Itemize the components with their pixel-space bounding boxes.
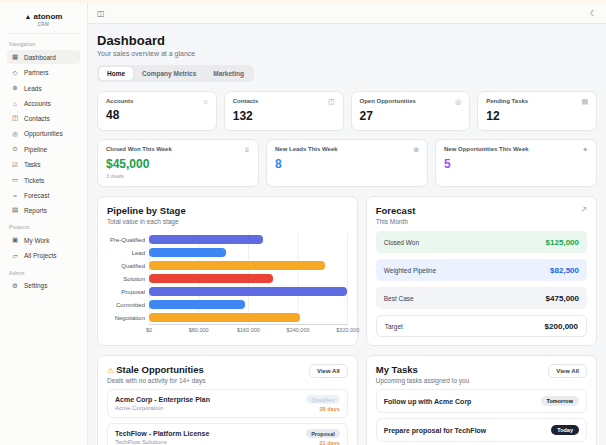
sidebar-item-contacts[interactable]: ◫ Contacts bbox=[7, 111, 80, 125]
due-badge: Today bbox=[551, 425, 579, 435]
chart-category-label: Solution bbox=[107, 276, 149, 282]
chart-track bbox=[149, 233, 348, 246]
tab-bar: Home Company Metrics Marketing bbox=[97, 65, 254, 82]
logo-icon: ▲ bbox=[25, 13, 32, 20]
sidebar-item-label: Leads bbox=[24, 85, 42, 92]
chart-bar[interactable] bbox=[149, 261, 325, 270]
pipeline-chart: Pre-QualifiedLeadQualifiedSolutionPropos… bbox=[107, 233, 348, 334]
funnel-icon: ⊙ bbox=[11, 145, 19, 153]
forecast-row-best-case: Best Case $475,000 bbox=[376, 287, 587, 309]
chart-bar[interactable] bbox=[149, 300, 245, 309]
stale-subtitle: Deals with no activity for 14+ days bbox=[107, 377, 205, 384]
stat-value: 8 bbox=[275, 157, 419, 171]
trend-icon: ≈ bbox=[11, 192, 19, 199]
stat-label: New Opportunities This Week bbox=[444, 146, 529, 152]
sidebar-item-tickets[interactable]: ▭ Tickets bbox=[7, 173, 80, 187]
forecast-value: $125,000 bbox=[546, 238, 579, 247]
building-icon: ⌂ bbox=[204, 98, 208, 105]
days-inactive: 28 days bbox=[320, 406, 340, 412]
sidebar-item-dashboard[interactable]: ▦ Dashboard bbox=[7, 50, 80, 64]
warning-icon: ⚠ bbox=[107, 366, 114, 375]
forecast-panel: Forecast This Month ↗ Closed Won $125,00… bbox=[366, 196, 597, 346]
stale-row-techflow[interactable]: TechFlow - Platform License TechFlow Sol… bbox=[107, 423, 348, 445]
chart-axis-tick: $160,000 bbox=[237, 327, 260, 333]
opportunity-title: Acme Corp - Enterprise Plan bbox=[115, 396, 210, 403]
sidebar-item-opportunities[interactable]: ◎ Opportunities bbox=[7, 127, 80, 141]
chart-bar[interactable] bbox=[149, 274, 273, 283]
sidebar-toggle-icon[interactable]: ◫ bbox=[97, 9, 105, 18]
chart-bar[interactable] bbox=[149, 248, 226, 257]
chart-bar[interactable] bbox=[149, 313, 300, 322]
sidebar-item-label: My Work bbox=[24, 237, 50, 244]
folder-icon: ▱ bbox=[11, 252, 19, 260]
sidebar-item-label: Opportunities bbox=[24, 130, 63, 137]
sidebar-item-accounts[interactable]: ⌂ Accounts bbox=[7, 97, 80, 110]
chart-track bbox=[149, 246, 348, 259]
chart-bar[interactable] bbox=[149, 235, 263, 244]
tab-home[interactable]: Home bbox=[99, 67, 133, 80]
forecast-row-target: Target $200,000 bbox=[376, 315, 587, 337]
forecast-value: $475,000 bbox=[546, 294, 579, 303]
sidebar-item-reports[interactable]: ▤ Reports bbox=[7, 203, 80, 217]
forecast-row-closed-won: Closed Won $125,000 bbox=[376, 231, 587, 253]
sidebar-item-partners[interactable]: ◇ Partners bbox=[7, 66, 80, 80]
logo-name: atonom bbox=[34, 12, 63, 21]
tab-marketing[interactable]: Marketing bbox=[205, 67, 252, 80]
chart-track bbox=[149, 311, 348, 324]
ticket-icon: ▭ bbox=[11, 176, 19, 184]
building-icon: ⌂ bbox=[11, 100, 19, 107]
forecast-row-weighted-pipeline: Weighted Pipeline $82,500 bbox=[376, 259, 587, 281]
stat-label: Contacts bbox=[233, 98, 259, 104]
sidebar-item-all-projects[interactable]: ▱ All Projects bbox=[7, 249, 80, 263]
stat-card-pending-tasks: Pending Tasks ▤ 12 bbox=[477, 91, 597, 131]
chart-row: Qualified bbox=[107, 259, 348, 272]
sidebar-item-label: Forecast bbox=[24, 192, 49, 199]
sidebar-item-my-work[interactable]: ▣ My Work bbox=[7, 233, 80, 247]
chart-row: Solution bbox=[107, 272, 348, 285]
handshake-icon: ◇ bbox=[11, 69, 19, 77]
page-content: Dashboard Your sales overview at a glanc… bbox=[88, 24, 606, 445]
task-row-followup-acme[interactable]: Follow up with Acme Corp Tomorrow bbox=[376, 389, 587, 413]
chart-track bbox=[149, 272, 348, 285]
sidebar-item-tasks[interactable]: ☑ Tasks bbox=[7, 158, 80, 172]
forecast-value: $200,000 bbox=[545, 322, 578, 331]
sidebar-item-forecast[interactable]: ≈ Forecast bbox=[7, 189, 80, 202]
stat-label: Closed Won This Week bbox=[106, 146, 172, 152]
theme-toggle-icon[interactable]: ☾ bbox=[590, 9, 597, 18]
target-icon: ◎ bbox=[11, 130, 19, 138]
stat-label: Open Opportunities bbox=[360, 98, 416, 104]
sidebar-item-settings[interactable]: ⚙ Settings bbox=[7, 279, 80, 293]
chart-axis-tick: $320,000 bbox=[336, 327, 359, 333]
users-icon: ◫ bbox=[11, 114, 19, 122]
tab-company-metrics[interactable]: Company Metrics bbox=[134, 67, 204, 80]
my-tasks-panel: My Tasks Upcoming tasks assigned to you … bbox=[366, 355, 597, 445]
task-row-proposal-techflow[interactable]: Prepare proposal for TechFlow Today bbox=[376, 418, 587, 442]
nav-section-projects: Projects bbox=[9, 224, 78, 230]
middle-panels-row: Pipeline by Stage Total value in each st… bbox=[97, 196, 597, 346]
user-plus-icon: ⊕ bbox=[413, 146, 419, 154]
stat-value: 12 bbox=[486, 109, 588, 123]
sidebar-item-label: Reports bbox=[24, 207, 47, 214]
stat-value: 27 bbox=[360, 109, 462, 123]
forecast-label: Target bbox=[385, 323, 403, 330]
chart-axis-tick: $240,000 bbox=[287, 327, 310, 333]
chart-axis-tick: $0 bbox=[146, 327, 152, 333]
chart-track bbox=[149, 298, 348, 311]
stale-view-all-button[interactable]: View All bbox=[309, 364, 348, 378]
stale-row-acme[interactable]: Acme Corp - Enterprise Plan Acme Corpora… bbox=[107, 389, 348, 418]
sidebar-item-pipeline[interactable]: ⊙ Pipeline bbox=[7, 142, 80, 156]
chart-category-label: Qualified bbox=[107, 263, 149, 269]
target-icon: ◎ bbox=[455, 98, 461, 106]
opportunity-title: TechFlow - Platform License bbox=[115, 430, 209, 437]
days-inactive: 21 days bbox=[320, 440, 340, 445]
forecast-subtitle: This Month bbox=[376, 218, 416, 225]
chart-bar[interactable] bbox=[149, 287, 347, 296]
task-label: Follow up with Acme Corp bbox=[384, 398, 472, 405]
stat-label: Pending Tasks bbox=[486, 98, 528, 104]
sidebar-item-leads[interactable]: ⊕ Leads bbox=[7, 81, 80, 95]
trophy-icon: ♕ bbox=[244, 146, 250, 154]
tasks-view-all-button[interactable]: View All bbox=[548, 364, 587, 378]
trending-up-icon: ↗ bbox=[580, 205, 587, 214]
gear-icon: ⚙ bbox=[11, 282, 19, 290]
nav-section-admin: Admin bbox=[9, 270, 78, 276]
